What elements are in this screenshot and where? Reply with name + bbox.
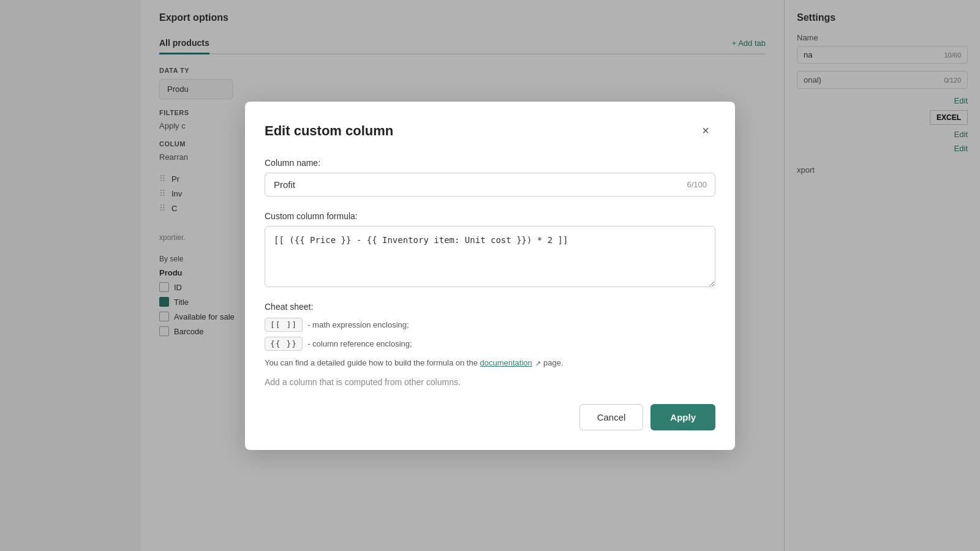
doc-text-before: You can find a detailed guide how to bui… xyxy=(265,358,478,367)
apply-button[interactable]: Apply xyxy=(650,404,715,430)
cheat-sheet-label: Cheat sheet: xyxy=(265,302,715,312)
cheat-math-row: [[ ]] - math expression enclosing; xyxy=(265,318,715,332)
column-name-char-count: 6/100 xyxy=(687,180,707,189)
doc-link[interactable]: documentation xyxy=(480,358,532,367)
doc-line: You can find a detailed guide how to bui… xyxy=(265,358,715,367)
formula-field-wrap: Custom column formula: [[ ({{ Price }} -… xyxy=(265,211,715,290)
cheat-math-badge: [[ ]] xyxy=(265,318,303,332)
cheat-col-row: {{ }} - column reference enclosing; xyxy=(265,337,715,351)
modal-close-button[interactable]: × xyxy=(696,121,715,141)
cheat-math-desc: - math expression enclosing; xyxy=(307,320,409,329)
modal-footer: Cancel Apply xyxy=(265,404,715,430)
external-link-icon: ↗ xyxy=(535,359,541,367)
cheat-col-badge: {{ }} xyxy=(265,337,303,351)
column-name-input[interactable] xyxy=(265,173,715,197)
formula-textarea[interactable]: [[ ({{ Price }} - {{ Inventory item: Uni… xyxy=(265,226,715,287)
column-name-label: Column name: xyxy=(265,158,715,168)
column-name-field-wrap: 6/100 xyxy=(265,173,715,197)
cheat-col-desc: - column reference enclosing; xyxy=(307,339,412,348)
formula-label: Custom column formula: xyxy=(265,211,715,221)
cheat-sheet-section: Cheat sheet: [[ ]] - math expression enc… xyxy=(265,302,715,367)
modal-overlay: Edit custom column × Column name: 6/100 … xyxy=(0,0,980,551)
edit-custom-column-modal: Edit custom column × Column name: 6/100 … xyxy=(245,102,735,450)
modal-title: Edit custom column xyxy=(265,123,393,139)
cancel-button[interactable]: Cancel xyxy=(579,404,644,430)
description-text: Add a column that is computed from other… xyxy=(265,377,715,387)
doc-text-after: page. xyxy=(543,358,564,367)
modal-header: Edit custom column × xyxy=(265,121,715,141)
